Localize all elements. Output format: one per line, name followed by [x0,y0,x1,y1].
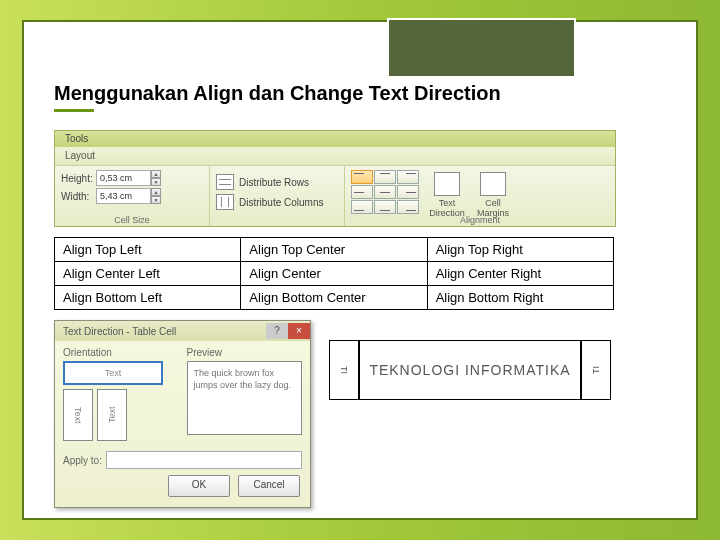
height-spinner[interactable]: ▲▼ [151,170,161,186]
page-title: Menggunakan Align dan Change Text Direct… [54,82,666,112]
distribute-cols-button[interactable]: Distribute Columns [216,194,338,210]
align-cell-label: Align Center Right [427,262,613,286]
preview-text: The quick brown fox jumps over the lazy … [187,361,303,435]
example-vertical-2: TI [581,340,611,400]
align-cell-label: Align Center [241,262,427,286]
cancel-button[interactable]: Cancel [238,475,300,497]
slide-border: Menggunakan Align dan Change Text Direct… [22,20,698,520]
align-cell-label: Align Bottom Center [241,286,427,310]
ribbon-context-tab: Tools [55,131,615,147]
dialog-close-button[interactable]: × [288,323,310,339]
alignment-label: Alignment [345,215,615,225]
align-center-right-button[interactable] [397,185,419,199]
align-center-left-button[interactable] [351,185,373,199]
distribute-cols-label: Distribute Columns [239,197,323,208]
ribbon-tab-layout[interactable]: Layout [55,147,615,165]
title-underline [54,109,94,112]
align-top-right-button[interactable] [397,170,419,184]
align-cell-label: Align Top Right [427,238,613,262]
align-table: Align Top Left Align Top Center Align To… [54,237,614,310]
example-vertical-1: TI [329,340,359,400]
width-label: Width: [61,191,96,202]
ribbon-body: Height: 0,53 cm ▲▼ Width: 5,43 cm ▲▼ Cel… [55,165,615,226]
table-row: Align Center Left Align Center Align Cen… [55,262,614,286]
preview-label: Preview [187,347,303,358]
distribute-rows-button[interactable]: Distribute Rows [216,174,338,190]
dialog-titlebar: Text Direction - Table Cell ? × [55,321,310,341]
height-input[interactable]: 0,53 cm [96,170,151,186]
align-cell-label: Align Center Left [55,262,241,286]
width-spinner[interactable]: ▲▼ [151,188,161,204]
align-top-left-button[interactable] [351,170,373,184]
bottom-row: Text Direction - Table Cell ? × Orientat… [54,320,666,508]
align-cell-label: Align Top Left [55,238,241,262]
apply-label: Apply to: [63,455,102,466]
dialog-title-text: Text Direction - Table Cell [63,326,176,337]
orientation-label: Orientation [63,347,179,358]
orientation-horizontal[interactable]: Text [63,361,163,385]
distribute-rows-icon [216,174,234,190]
align-bottom-left-button[interactable] [351,200,373,214]
apply-row: Apply to: [55,447,310,469]
width-input[interactable]: 5,43 cm [96,188,151,204]
content-area: Menggunakan Align dan Change Text Direct… [54,82,666,508]
distribute-cols-icon [216,194,234,210]
orientation-vertical-1[interactable]: Text [63,389,93,441]
title-decor-rect [387,18,576,78]
cell-size-group: Height: 0,53 cm ▲▼ Width: 5,43 cm ▲▼ Cel… [55,166,210,226]
slide: Menggunakan Align dan Change Text Direct… [0,0,720,540]
table-row: Align Bottom Left Align Bottom Center Al… [55,286,614,310]
dialog-help-button[interactable]: ? [266,323,288,339]
direction-examples: TI TEKNOLOGI INFORMATIKA TI [329,340,611,400]
height-label: Height: [61,173,96,184]
align-cell-label: Align Bottom Right [427,286,613,310]
orientation-vertical-2[interactable]: Text [97,389,127,441]
align-cell-label: Align Top Center [241,238,427,262]
ok-button[interactable]: OK [168,475,230,497]
alignment-group: Text Direction Cell Margins Alignment [345,166,615,226]
distribute-rows-label: Distribute Rows [239,177,309,188]
example-horizontal: TEKNOLOGI INFORMATIKA [359,340,581,400]
preview-section: Preview The quick brown fox jumps over t… [187,347,303,441]
title-text: Menggunakan Align dan Change Text Direct… [54,82,501,104]
cell-size-label: Cell Size [55,215,209,225]
align-bottom-center-button[interactable] [374,200,396,214]
ribbon: Tools Layout Height: 0,53 cm ▲▼ Width: 5… [54,130,616,227]
distribute-group: Distribute Rows Distribute Columns [210,166,345,226]
table-row: Align Top Left Align Top Center Align To… [55,238,614,262]
cell-margins-icon [480,172,506,196]
apply-to-select[interactable] [106,451,302,469]
align-top-center-button[interactable] [374,170,396,184]
orientation-section: Orientation Text Text Text [63,347,179,441]
text-direction-dialog: Text Direction - Table Cell ? × Orientat… [54,320,311,508]
align-bottom-right-button[interactable] [397,200,419,214]
align-cell-label: Align Bottom Left [55,286,241,310]
text-direction-icon [434,172,460,196]
align-center-button[interactable] [374,185,396,199]
